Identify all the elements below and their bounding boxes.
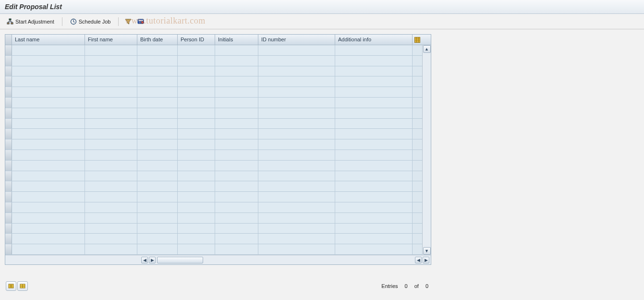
cell-initials[interactable]: [215, 234, 258, 244]
cell-additional-info[interactable]: [335, 56, 413, 66]
table-row[interactable]: [5, 66, 422, 77]
cell-birth-date[interactable]: [137, 129, 178, 139]
cell-additional-info[interactable]: [335, 161, 413, 171]
cell-birth-date[interactable]: [137, 119, 178, 129]
cell-birth-date[interactable]: [137, 192, 178, 202]
vscroll-track[interactable]: [423, 53, 431, 247]
cell-person-id[interactable]: [178, 161, 215, 171]
cell-id-number[interactable]: [258, 66, 335, 76]
cell-birth-date[interactable]: [137, 234, 178, 244]
cell-first-name[interactable]: [85, 66, 137, 76]
table-row[interactable]: [5, 244, 422, 255]
cell-additional-info[interactable]: [335, 66, 413, 76]
hscroll-thumb[interactable]: [157, 257, 203, 263]
cell-first-name[interactable]: [85, 213, 137, 223]
cell-first-name[interactable]: [85, 181, 137, 191]
cell-last-name[interactable]: [12, 108, 85, 118]
cell-additional-info[interactable]: [335, 244, 413, 254]
select-all-handle[interactable]: [5, 35, 12, 45]
table-row[interactable]: [5, 161, 422, 171]
row-selector[interactable]: [5, 108, 12, 118]
cell-last-name[interactable]: [12, 56, 85, 66]
cell-person-id[interactable]: [178, 202, 215, 212]
cell-additional-info[interactable]: [335, 45, 413, 55]
cell-birth-date[interactable]: [137, 56, 178, 66]
cell-initials[interactable]: [215, 98, 258, 108]
cell-initials[interactable]: [215, 56, 258, 66]
cell-first-name[interactable]: [85, 202, 137, 212]
cell-first-name[interactable]: [85, 119, 137, 129]
cell-first-name[interactable]: [85, 150, 137, 160]
cell-last-name[interactable]: [12, 150, 85, 160]
cell-initials[interactable]: [215, 171, 258, 181]
row-selector[interactable]: [5, 161, 12, 171]
cell-additional-info[interactable]: [335, 129, 413, 139]
cell-id-number[interactable]: [258, 98, 335, 108]
row-selector[interactable]: [5, 171, 12, 181]
table-row[interactable]: [5, 76, 422, 87]
table-row[interactable]: [5, 98, 422, 108]
table-row[interactable]: [5, 45, 422, 56]
cell-birth-date[interactable]: [137, 150, 178, 160]
table-row[interactable]: [5, 119, 422, 129]
table-row[interactable]: [5, 56, 422, 66]
cell-birth-date[interactable]: [137, 171, 178, 181]
cell-additional-info[interactable]: [335, 234, 413, 244]
cell-birth-date[interactable]: [137, 213, 178, 223]
row-selector[interactable]: [5, 139, 12, 150]
cell-person-id[interactable]: [178, 76, 215, 87]
row-selector[interactable]: [5, 181, 12, 191]
cell-last-name[interactable]: [12, 234, 85, 244]
column-header-initials[interactable]: Initials: [215, 35, 258, 45]
cell-person-id[interactable]: [178, 139, 215, 150]
cell-initials[interactable]: [215, 202, 258, 212]
cell-initials[interactable]: [215, 45, 258, 55]
cell-initials[interactable]: [215, 87, 258, 97]
cell-last-name[interactable]: [12, 244, 85, 254]
table-row[interactable]: [5, 181, 422, 192]
table-row[interactable]: [5, 108, 422, 119]
cell-id-number[interactable]: [258, 181, 335, 191]
scroll-left-button[interactable]: ◀: [141, 257, 148, 263]
cell-person-id[interactable]: [178, 244, 215, 254]
row-selector[interactable]: [5, 224, 12, 234]
cell-additional-info[interactable]: [335, 192, 413, 202]
row-selector[interactable]: [5, 129, 12, 139]
cell-additional-info[interactable]: [335, 202, 413, 212]
cell-initials[interactable]: [215, 150, 258, 160]
cell-first-name[interactable]: [85, 76, 137, 87]
column-header-id-number[interactable]: ID number: [258, 35, 335, 45]
cell-id-number[interactable]: [258, 45, 335, 55]
position-button[interactable]: [6, 281, 16, 291]
cell-last-name[interactable]: [12, 87, 85, 97]
table-row[interactable]: [5, 202, 422, 213]
cell-birth-date[interactable]: [137, 76, 178, 87]
table-row[interactable]: [5, 213, 422, 224]
cell-first-name[interactable]: [85, 87, 137, 97]
cell-additional-info[interactable]: [335, 150, 413, 160]
table-row[interactable]: [5, 171, 422, 182]
cell-birth-date[interactable]: [137, 87, 178, 97]
scroll-down-button[interactable]: ▼: [423, 247, 431, 255]
sort-button[interactable]: [17, 281, 28, 291]
cell-person-id[interactable]: [178, 98, 215, 108]
cell-id-number[interactable]: [258, 224, 335, 234]
table-row[interactable]: [5, 87, 422, 98]
cell-birth-date[interactable]: [137, 224, 178, 234]
cell-person-id[interactable]: [178, 192, 215, 202]
column-header-additional-info[interactable]: Additional info: [335, 35, 413, 45]
cell-id-number[interactable]: [258, 150, 335, 160]
scroll-right-step-button[interactable]: ▶: [149, 257, 156, 263]
cell-id-number[interactable]: [258, 87, 335, 97]
cell-initials[interactable]: [215, 76, 258, 87]
row-selector[interactable]: [5, 213, 12, 223]
cell-birth-date[interactable]: [137, 244, 178, 254]
cell-additional-info[interactable]: [335, 76, 413, 87]
cell-person-id[interactable]: [178, 129, 215, 139]
cell-last-name[interactable]: [12, 76, 85, 87]
cell-birth-date[interactable]: [137, 66, 178, 76]
row-selector[interactable]: [5, 66, 12, 76]
row-selector[interactable]: [5, 192, 12, 202]
cell-id-number[interactable]: [258, 119, 335, 129]
table-row[interactable]: [5, 224, 422, 234]
